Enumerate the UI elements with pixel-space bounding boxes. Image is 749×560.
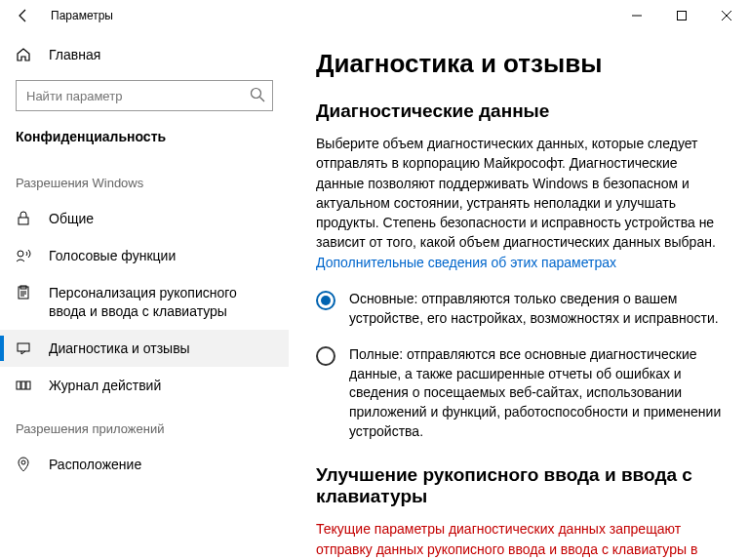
- clipboard-icon: [16, 285, 33, 300]
- section-inking-improvement: Улучшение рукописного ввода и ввода с кл…: [316, 464, 722, 507]
- sidebar-item-label: Расположение: [49, 456, 141, 473]
- page-title: Диагностика и отзывы: [316, 49, 722, 79]
- sidebar-item-speech[interactable]: Голосовые функции: [0, 237, 289, 274]
- group-windows-permissions: Разрешения Windows: [0, 158, 289, 200]
- sidebar-item-label: Персонализация рукописного ввода и ввода…: [49, 284, 273, 319]
- learn-more-link[interactable]: Дополнительные сведения об этих параметр…: [316, 255, 616, 270]
- radio-button-icon: [316, 346, 335, 366]
- section-diagnostic-data: Диагностические данные: [316, 100, 722, 122]
- activity-icon: [16, 378, 33, 393]
- svg-rect-13: [18, 343, 29, 351]
- home-link[interactable]: Главная: [0, 39, 289, 70]
- titlebar: Параметры: [0, 0, 749, 31]
- radio-full[interactable]: Полные: отправляются все основные диагно…: [316, 345, 722, 441]
- window-title: Параметры: [51, 9, 113, 22]
- sidebar-item-diagnostics[interactable]: Диагностика и отзывы: [0, 330, 289, 367]
- search-icon: [250, 87, 265, 102]
- sidebar-item-activity[interactable]: Журнал действий: [0, 367, 289, 404]
- svg-point-17: [21, 460, 25, 464]
- sidebar-item-inking[interactable]: Персонализация рукописного ввода и ввода…: [0, 274, 289, 329]
- svg-rect-6: [19, 218, 28, 224]
- main-content: Диагностика и отзывы Диагностические дан…: [289, 31, 749, 560]
- search-input[interactable]: [16, 80, 273, 111]
- home-label: Главная: [49, 47, 100, 62]
- sidebar-item-label: Голосовые функции: [49, 247, 176, 264]
- radio-button-icon: [316, 291, 335, 310]
- sidebar-item-location[interactable]: Расположение: [0, 446, 289, 483]
- section-heading: Конфиденциальность: [0, 129, 289, 158]
- svg-rect-1: [678, 12, 687, 20]
- diagnostic-description: Выберите объем диагностических данных, к…: [316, 134, 722, 272]
- svg-line-5: [260, 98, 265, 102]
- minimize-button[interactable]: [614, 0, 659, 31]
- group-app-permissions: Разрешения приложений: [0, 404, 289, 446]
- back-button[interactable]: [14, 9, 33, 22]
- svg-rect-16: [26, 381, 30, 389]
- sidebar-item-label: Общие: [49, 210, 94, 227]
- radio-label: Полные: отправляются все основные диагно…: [349, 345, 722, 441]
- radio-label: Основные: отправляются только сведения о…: [349, 290, 722, 328]
- close-button[interactable]: [704, 0, 749, 31]
- sidebar: Главная Конфиденциальность Разрешения Wi…: [0, 31, 289, 560]
- lock-icon: [16, 211, 33, 226]
- svg-point-4: [252, 89, 261, 99]
- svg-rect-15: [21, 381, 25, 389]
- feedback-icon: [16, 340, 33, 356]
- svg-point-7: [18, 251, 23, 257]
- speech-icon: [16, 248, 33, 263]
- maximize-button[interactable]: [659, 0, 704, 31]
- diagnostic-radio-group: Основные: отправляются только сведения о…: [316, 290, 722, 441]
- location-icon: [16, 457, 33, 472]
- svg-rect-14: [17, 381, 20, 389]
- sidebar-item-label: Диагностика и отзывы: [49, 340, 190, 357]
- inking-warning: Текущие параметры диагностических данных…: [316, 519, 722, 560]
- search-field[interactable]: [16, 80, 273, 111]
- radio-basic[interactable]: Основные: отправляются только сведения о…: [316, 290, 722, 328]
- sidebar-item-label: Журнал действий: [49, 377, 161, 394]
- sidebar-item-general[interactable]: Общие: [0, 200, 289, 237]
- home-icon: [16, 47, 33, 62]
